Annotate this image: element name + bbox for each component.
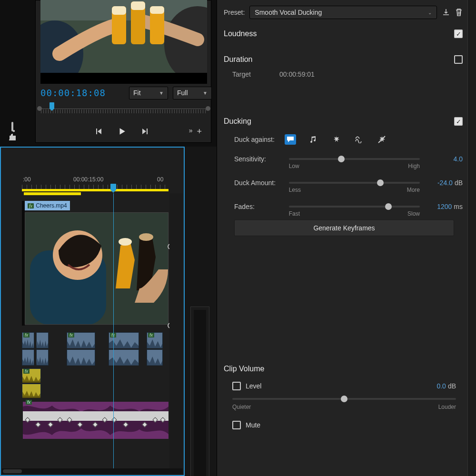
settings-marker-icon[interactable]: ● bbox=[11, 123, 13, 130]
svg-point-15 bbox=[119, 238, 132, 246]
loudness-section-title: Loudness bbox=[224, 30, 257, 38]
mute-label: Mute bbox=[246, 421, 260, 429]
export-frame-icon[interactable] bbox=[8, 133, 17, 141]
timeline-panel: :00 00:00:15:00 00 fx bbox=[0, 147, 185, 476]
audio-track-a1[interactable]: fx fx fx bbox=[22, 332, 169, 348]
sensitivity-value[interactable]: 4.0 bbox=[454, 155, 463, 163]
timeline-ruler[interactable]: :00 00:00:15:00 00 bbox=[22, 176, 169, 191]
audio-track-a2b[interactable] bbox=[22, 384, 169, 398]
timeline-horizontal-scrollbar[interactable] bbox=[2, 468, 183, 474]
add-button[interactable]: + bbox=[197, 127, 202, 137]
clip-name: Cheers.mp4 bbox=[36, 202, 67, 209]
fades-slider-thumb[interactable] bbox=[385, 203, 392, 210]
level-slider[interactable] bbox=[232, 398, 456, 400]
step-forward-button[interactable] bbox=[141, 128, 149, 135]
clip-volume-title: Clip Volume bbox=[224, 365, 463, 373]
step-back-button[interactable] bbox=[95, 128, 102, 135]
audio-track-a1b[interactable] bbox=[22, 349, 169, 366]
more-transport-icon[interactable]: » bbox=[189, 127, 191, 137]
preset-label: Preset: bbox=[224, 9, 245, 16]
duration-target-label: Target bbox=[232, 70, 251, 78]
sensitivity-label: Sensitivity: bbox=[234, 155, 282, 163]
sensitivity-slider[interactable] bbox=[289, 158, 420, 160]
video-track-v1[interactable]: fx Cheers.mp4 bbox=[22, 201, 169, 326]
duck-type-music-icon[interactable] bbox=[307, 134, 319, 145]
level-checkbox[interactable] bbox=[232, 382, 241, 390]
duration-checkbox[interactable] bbox=[454, 55, 463, 64]
import-preset-icon[interactable] bbox=[442, 8, 450, 17]
duck-against-label: Duck against: bbox=[234, 136, 285, 143]
mute-checkbox[interactable] bbox=[232, 421, 241, 429]
sensitivity-slider-thumb[interactable] bbox=[338, 156, 345, 162]
level-label: Level bbox=[246, 382, 261, 390]
level-slider-thumb[interactable] bbox=[341, 396, 347, 402]
video-clip[interactable]: fx Cheers.mp4 bbox=[25, 201, 169, 326]
duck-amount-value[interactable]: -24.0 bbox=[437, 179, 453, 187]
monitor-letterbox bbox=[40, 73, 207, 84]
duck-amount-slider-thumb[interactable] bbox=[377, 179, 384, 186]
audio-level-meter: S S bbox=[190, 307, 209, 476]
monitor-playhead[interactable] bbox=[50, 102, 54, 109]
fades-label: Fades: bbox=[234, 203, 282, 210]
svg-point-16 bbox=[139, 233, 153, 241]
monitor-scrubber[interactable] bbox=[38, 104, 209, 117]
svg-rect-9 bbox=[150, 6, 164, 14]
duck-amount-label: Duck Amount: bbox=[234, 179, 282, 187]
preset-select[interactable]: Smooth Vocal Ducking ⌄ bbox=[249, 6, 437, 19]
fx-badge: fx bbox=[28, 203, 34, 208]
timeline-playhead[interactable] bbox=[110, 184, 116, 190]
right-edge-panel bbox=[467, 0, 476, 476]
quality-select[interactable]: Full▼ bbox=[173, 87, 212, 99]
duck-type-sfx-icon[interactable] bbox=[330, 134, 342, 145]
duck-amount-slider[interactable] bbox=[289, 182, 420, 184]
ducking-checkbox[interactable]: ✓ bbox=[454, 117, 463, 126]
play-button[interactable] bbox=[118, 127, 126, 136]
level-value[interactable]: 0.0 bbox=[436, 382, 446, 390]
program-monitor: 00:00:18:08 Fit▼ Full▼ bbox=[0, 0, 217, 147]
ducking-section-title: Ducking bbox=[224, 117, 251, 126]
generate-keyframes-button[interactable]: Generate Keyframes bbox=[234, 220, 454, 236]
duck-type-ambience-icon[interactable] bbox=[353, 134, 365, 145]
monitor-video-frame[interactable] bbox=[40, 0, 207, 73]
duck-type-dialogue-icon[interactable] bbox=[285, 134, 296, 145]
audio-track-a2[interactable]: fx bbox=[22, 368, 169, 383]
duration-section-title: Duration bbox=[224, 55, 252, 64]
duck-type-none-icon[interactable] bbox=[376, 134, 387, 145]
delete-preset-icon[interactable] bbox=[455, 8, 463, 17]
duration-target-value[interactable]: 00:00:59:01 bbox=[279, 70, 315, 78]
svg-point-13 bbox=[69, 251, 73, 255]
svg-point-14 bbox=[84, 250, 89, 254]
svg-rect-5 bbox=[112, 6, 126, 15]
chevron-down-icon: ▼ bbox=[159, 90, 164, 96]
fades-value[interactable]: 1200 bbox=[437, 203, 452, 210]
audio-track-music[interactable]: fx bbox=[22, 402, 169, 439]
clip-thumbnail bbox=[25, 212, 169, 325]
loudness-checkbox[interactable]: ✓ bbox=[454, 30, 463, 38]
zoom-select[interactable]: Fit▼ bbox=[129, 87, 168, 99]
monitor-timecode[interactable]: 00:00:18:08 bbox=[40, 88, 106, 98]
svg-rect-7 bbox=[131, 1, 145, 10]
chevron-down-icon: ▼ bbox=[203, 90, 208, 96]
chevron-down-icon: ⌄ bbox=[428, 10, 432, 15]
fades-slider[interactable] bbox=[289, 206, 420, 208]
